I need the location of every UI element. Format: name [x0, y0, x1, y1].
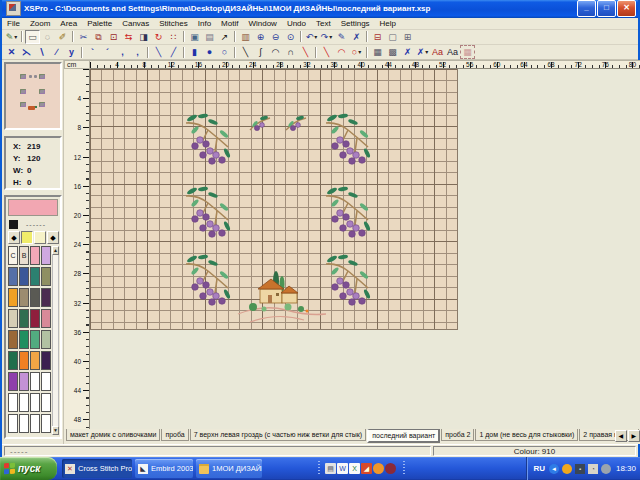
palette-swatch-1-3[interactable]: [41, 267, 51, 286]
half-stitch-back-icon[interactable]: ∖: [34, 45, 49, 59]
word-icon[interactable]: W: [337, 463, 348, 474]
palette-swatch-2-1[interactable]: [19, 288, 29, 307]
petite-bl-icon[interactable]: ,: [115, 45, 130, 59]
media-player-icon[interactable]: ▤: [325, 463, 336, 474]
color-pale-yellow[interactable]: [34, 231, 46, 244]
menu-text[interactable]: Text: [311, 19, 336, 28]
tray-orange-icon[interactable]: [562, 464, 572, 474]
palette-swatch-3-1[interactable]: [19, 309, 29, 328]
keyboard-layout-icon[interactable]: ▪: [575, 464, 585, 474]
zoom-in-icon[interactable]: ⊕: [253, 30, 268, 44]
draw-stitch-icon[interactable]: ✎: [334, 30, 349, 44]
copy-icon[interactable]: ⧉: [91, 30, 106, 44]
scroll-up-icon[interactable]: ▲: [52, 246, 59, 255]
excel-icon[interactable]: X: [349, 463, 360, 474]
eyelet-icon[interactable]: ○: [217, 45, 232, 59]
palette-swatch-4-0[interactable]: [8, 330, 18, 349]
menu-zoom[interactable]: Zoom: [25, 19, 55, 28]
sprig-left[interactable]: [248, 113, 272, 137]
special-stitch-5-icon[interactable]: ╲: [298, 45, 313, 59]
dropdown-arrow-icon[interactable]: ▾: [425, 47, 428, 57]
palette-swatch-5-0[interactable]: [8, 351, 18, 370]
task-embird-2003[interactable]: ◣Embird 2003: [135, 459, 193, 478]
mirror-icon[interactable]: ◨: [136, 30, 151, 44]
menu-settings[interactable]: Settings: [336, 19, 375, 28]
bead-icon[interactable]: ●: [202, 45, 217, 59]
tray-gray-icon[interactable]: [601, 464, 611, 474]
three-quarter-stitch-icon[interactable]: ⋋: [19, 45, 34, 59]
pattern-select-icon[interactable]: ▦: [460, 45, 475, 59]
scale-icon[interactable]: ∷: [166, 30, 181, 44]
clock[interactable]: 18:30: [616, 464, 636, 473]
palette-swatch-2-3[interactable]: [41, 288, 51, 307]
menu-area[interactable]: Area: [55, 19, 82, 28]
design-canvas[interactable]: [90, 69, 640, 429]
dropdown-arrow-icon[interactable]: ▾: [314, 32, 317, 42]
special-stitch-2-icon[interactable]: ʃ: [253, 45, 268, 59]
select-rectangle-icon[interactable]: ▭: [25, 30, 40, 44]
cut-icon[interactable]: ✂: [76, 30, 91, 44]
select-lasso-icon[interactable]: ◌: [40, 30, 55, 44]
palette-swatch-2-0[interactable]: [8, 288, 18, 307]
zoom-out-icon[interactable]: ⊖: [268, 30, 283, 44]
palette-swatch-6-0[interactable]: [8, 372, 18, 391]
scroll-down-icon[interactable]: ▼: [52, 426, 59, 435]
tab-1[interactable]: проба: [161, 429, 188, 441]
palette-swatch-3-2[interactable]: [30, 309, 40, 328]
task-cross-stitch-pro[interactable]: ✕Cross Stitch Pro...: [62, 459, 132, 478]
curve-stitch-icon[interactable]: ╲: [319, 45, 334, 59]
close-button[interactable]: ✕: [617, 0, 636, 17]
olive-branch-top-right[interactable]: [322, 109, 374, 171]
print-sheet-icon[interactable]: ▤: [202, 30, 217, 44]
black-swatch[interactable]: [9, 220, 18, 229]
maximize-button[interactable]: □: [597, 0, 616, 17]
move-icon[interactable]: ⇆: [121, 30, 136, 44]
title-bar[interactable]: XSPro - C:\Documents and Settings\Rimma\…: [2, 0, 638, 18]
scroll-track[interactable]: [52, 255, 59, 426]
menu-undo[interactable]: Undo: [282, 19, 311, 28]
menu-file[interactable]: File: [2, 19, 25, 28]
sprig-right[interactable]: [284, 113, 308, 137]
prev-color-button[interactable]: ◆: [8, 231, 20, 244]
half-stitch-fwd-icon[interactable]: ∕: [49, 45, 64, 59]
design-preview[interactable]: [4, 62, 62, 130]
palette-swatch-0-3[interactable]: [41, 246, 51, 265]
tab-2[interactable]: 7 верхн левая гроздь (с частью ниж ветки…: [190, 429, 366, 441]
menu-window[interactable]: Window: [243, 19, 281, 28]
petite-br-icon[interactable]: ‚: [130, 45, 145, 59]
olive-branch-bottom-right[interactable]: [322, 250, 374, 312]
palette-swatch-5-1[interactable]: [19, 351, 29, 370]
palette-swatch-1-2[interactable]: [30, 267, 40, 286]
pointer-icon[interactable]: ↗: [217, 30, 232, 44]
palette-swatch-4-1[interactable]: [19, 330, 29, 349]
color-yellow-selected[interactable]: [21, 231, 33, 244]
palette-swatch-6-2[interactable]: [30, 372, 40, 391]
current-color-swatch[interactable]: [8, 199, 58, 216]
tab-scroll-right-icon[interactable]: ▶: [628, 430, 640, 442]
dropdown-arrow-icon[interactable]: ▾: [14, 32, 17, 42]
pencil-tool[interactable]: ✎▾: [4, 30, 19, 44]
dropdown-arrow-icon[interactable]: ▾: [329, 32, 332, 42]
select-freehand-icon[interactable]: ✐: [55, 30, 70, 44]
tab-5[interactable]: 1 дом (не весь для стыковки): [475, 429, 578, 441]
palette-swatch-6-1[interactable]: [19, 372, 29, 391]
petite-tr-icon[interactable]: ´: [100, 45, 115, 59]
olive-branch-bottom-left[interactable]: [182, 250, 234, 312]
undo-icon[interactable]: ↶▾: [304, 30, 319, 44]
language-bar-icon[interactable]: ◄: [549, 464, 559, 474]
next-color-button[interactable]: ◆: [47, 231, 59, 244]
menu-help[interactable]: Help: [375, 19, 401, 28]
petite-tl-icon[interactable]: `: [85, 45, 100, 59]
palette-swatch-7-2[interactable]: [30, 393, 40, 412]
new-page-icon[interactable]: ▢: [385, 30, 400, 44]
palette-swatch-7-1[interactable]: [19, 393, 29, 412]
palette-swatch-1-1[interactable]: [19, 267, 29, 286]
palette-swatch-4-3[interactable]: [41, 330, 51, 349]
olive-branch-mid-left[interactable]: [182, 182, 234, 244]
minimize-button[interactable]: _: [577, 0, 596, 17]
palette-swatch-3-0[interactable]: [8, 309, 18, 328]
text-tool-red-icon[interactable]: Aa: [430, 45, 445, 59]
palette-swatch-7-0[interactable]: [8, 393, 18, 412]
language-indicator[interactable]: RU: [533, 464, 545, 473]
full-cross-stitch-icon[interactable]: ✕: [4, 45, 19, 59]
